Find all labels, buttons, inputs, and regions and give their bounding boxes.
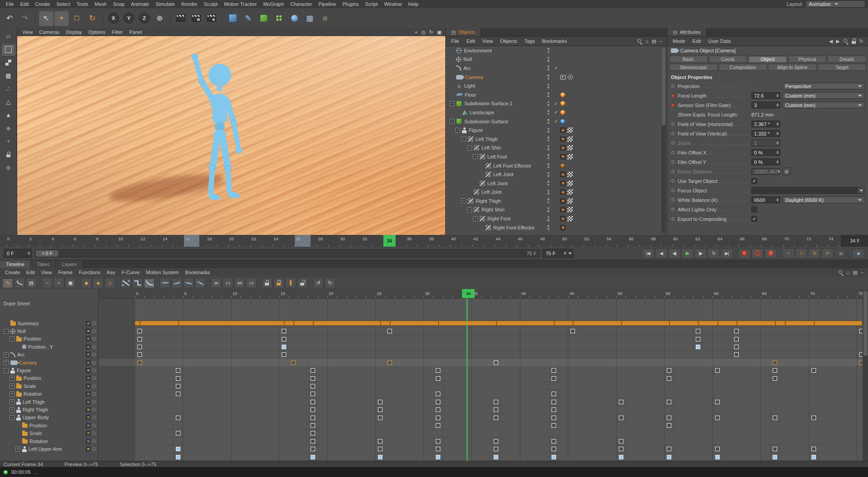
keyframe[interactable] bbox=[311, 407, 315, 412]
section-header[interactable]: Object Properties bbox=[667, 71, 868, 81]
keyframe[interactable] bbox=[436, 416, 440, 420]
keyframe[interactable] bbox=[436, 455, 440, 459]
unlock-icon[interactable] bbox=[297, 278, 308, 288]
play-forwards-button[interactable]: ▶ bbox=[681, 248, 693, 258]
keyframe[interactable] bbox=[176, 455, 180, 459]
rotate-tool-icon[interactable]: ↻ bbox=[85, 10, 99, 26]
timeline-menu-f-curve[interactable]: F-Curve bbox=[118, 269, 143, 276]
tagc-target-icon[interactable] bbox=[568, 75, 573, 80]
track-state-icon[interactable] bbox=[86, 400, 90, 404]
workplane-mode-icon[interactable]: ▦ bbox=[2, 70, 15, 82]
tag-dot-icon[interactable] bbox=[560, 145, 566, 150]
tag-dot-icon[interactable] bbox=[560, 225, 566, 230]
track-solo-icon[interactable] bbox=[92, 353, 96, 356]
keyframe-options-button[interactable]: ? bbox=[764, 248, 777, 258]
object-row-right-foot[interactable]: −Right Foot bbox=[446, 214, 660, 223]
keyframe[interactable] bbox=[494, 455, 498, 459]
track-solo-icon[interactable] bbox=[92, 392, 96, 396]
menu-script[interactable]: Script bbox=[362, 1, 381, 7]
track-row-left-upper-arm[interactable]: +Left Upper Arm bbox=[0, 445, 98, 453]
mat-mat-blue-icon[interactable] bbox=[560, 119, 566, 124]
object-link-field[interactable] bbox=[751, 187, 864, 194]
keyframe[interactable] bbox=[436, 439, 440, 444]
keyframe[interactable] bbox=[378, 455, 382, 459]
keyframe[interactable] bbox=[552, 407, 556, 412]
timeline-menu-key[interactable]: Key bbox=[104, 269, 118, 276]
track-row-figure[interactable]: −Figure bbox=[0, 366, 98, 374]
keyframe-dot-icon[interactable] bbox=[671, 179, 675, 182]
timeline-menu-functions[interactable]: Functions bbox=[75, 269, 104, 276]
subdivision-surface-icon[interactable] bbox=[256, 10, 271, 26]
menu-motion-tracker[interactable]: Motion Tracker bbox=[221, 1, 260, 7]
pick-object-icon[interactable]: ◎ bbox=[783, 168, 791, 175]
record-rotation-toggle[interactable]: ↻ bbox=[808, 248, 821, 258]
visibility-toggles[interactable] bbox=[545, 225, 552, 230]
visibility-toggles[interactable] bbox=[545, 207, 552, 212]
keyframe[interactable] bbox=[176, 376, 180, 381]
track-state-icon[interactable] bbox=[86, 329, 90, 333]
expand-toggle-icon[interactable]: − bbox=[9, 337, 14, 341]
attr-menu-edit[interactable]: Edit bbox=[689, 38, 705, 44]
menu-tools[interactable]: Tools bbox=[73, 1, 91, 7]
track-state-icon[interactable] bbox=[86, 431, 90, 435]
expand-toggle-icon[interactable]: + bbox=[9, 383, 14, 388]
menu-edit[interactable]: Edit bbox=[17, 1, 32, 7]
dope-sheet-mode-icon[interactable]: ✎ bbox=[2, 278, 13, 288]
visibility-toggles[interactable] bbox=[545, 198, 552, 203]
tag-dot-icon[interactable] bbox=[560, 181, 566, 186]
spinner-arrows-icon[interactable] bbox=[776, 103, 779, 107]
lock-z-axis-icon[interactable]: Z bbox=[137, 10, 151, 26]
keyframe[interactable] bbox=[619, 416, 623, 420]
minimize-icon[interactable]: − bbox=[861, 270, 863, 275]
expand-toggle-icon[interactable]: + bbox=[15, 447, 20, 452]
auto-tangents-icon[interactable]: (○) bbox=[222, 278, 233, 288]
keyframe[interactable] bbox=[137, 360, 142, 365]
spinner-arrows-icon[interactable] bbox=[776, 198, 779, 201]
keyframe[interactable] bbox=[552, 376, 556, 381]
object-row-left-shin[interactable]: −Left Shin bbox=[446, 144, 660, 153]
expand-toggle-icon[interactable]: − bbox=[461, 136, 466, 141]
goto-next-frame-button[interactable]: |▶ bbox=[694, 248, 707, 258]
spinner-arrows-icon[interactable] bbox=[776, 122, 779, 126]
track-row-arc[interactable]: +Arc bbox=[0, 351, 98, 359]
keyframe[interactable] bbox=[734, 352, 739, 357]
tag-checker-icon[interactable] bbox=[567, 154, 573, 159]
value-field[interactable]: 2.367 ° bbox=[751, 121, 780, 127]
objects-menu-file[interactable]: File bbox=[448, 38, 463, 44]
object-row-landscape[interactable]: Landscape✓ bbox=[446, 108, 660, 117]
track-row-right-thigh[interactable]: +Right Thigh bbox=[0, 406, 98, 413]
cloner-icon[interactable] bbox=[272, 10, 286, 26]
attr-menu-user-data[interactable]: User Data bbox=[705, 38, 735, 44]
keyframe[interactable] bbox=[311, 447, 315, 451]
track-solo-icon[interactable] bbox=[92, 440, 96, 443]
render-view-icon[interactable] bbox=[174, 10, 188, 26]
keyframe[interactable] bbox=[552, 400, 556, 404]
tagc-display-icon[interactable] bbox=[560, 75, 566, 80]
keyframe[interactable] bbox=[137, 337, 142, 341]
frame-all-icon[interactable]: ▤ bbox=[853, 270, 857, 276]
objects-menu-view[interactable]: View bbox=[479, 38, 497, 44]
lock-icon[interactable] bbox=[2, 148, 15, 160]
menu-window[interactable]: Window bbox=[381, 1, 405, 7]
layout-dropdown[interactable]: Animation bbox=[806, 0, 865, 8]
keyframe[interactable] bbox=[387, 360, 392, 365]
keyframe[interactable] bbox=[552, 368, 556, 373]
loop-playback2-icon[interactable]: ↻ bbox=[325, 278, 335, 288]
menu-sculpt[interactable]: Sculpt bbox=[201, 1, 221, 7]
tag-dot-icon[interactable] bbox=[560, 172, 566, 177]
visibility-toggles[interactable] bbox=[545, 181, 552, 186]
viewport-menu-options[interactable]: Options bbox=[85, 29, 108, 35]
zoom-view-icon[interactable]: ◎ bbox=[421, 29, 426, 35]
track-state-icon[interactable] bbox=[86, 423, 90, 428]
search-icon[interactable] bbox=[838, 270, 844, 275]
keyframe[interactable] bbox=[734, 345, 739, 349]
viewport-menu-display[interactable]: Display bbox=[62, 29, 85, 35]
keyframe[interactable] bbox=[311, 455, 315, 459]
spinner-arrows-icon[interactable] bbox=[564, 252, 566, 255]
keyframe[interactable] bbox=[378, 447, 382, 451]
keyframe-dot-icon[interactable] bbox=[671, 217, 675, 220]
tag-checker-icon[interactable] bbox=[567, 145, 573, 150]
layers-icon[interactable]: ▤ bbox=[651, 38, 656, 44]
keyframe-dot-icon[interactable] bbox=[671, 141, 675, 145]
keyframe[interactable] bbox=[552, 455, 556, 459]
